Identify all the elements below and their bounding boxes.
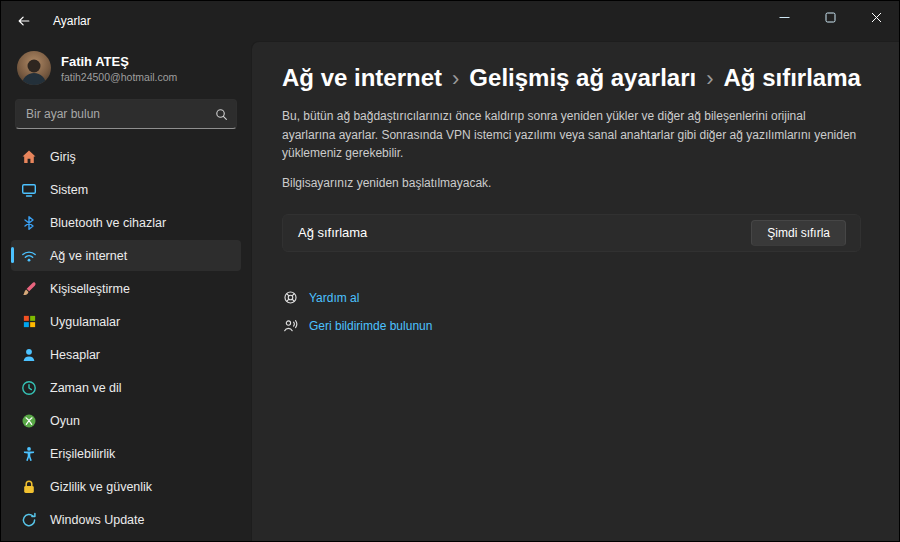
sidebar-item-ag-ve-internet[interactable]: Ağ ve internet <box>11 240 241 271</box>
breadcrumb-item-network[interactable]: Ağ ve internet <box>282 64 442 92</box>
sidebar-item-zaman-ve-dil[interactable]: Zaman ve dil <box>11 372 241 403</box>
breadcrumb-item-advanced[interactable]: Gelişmiş ağ ayarları <box>469 64 696 92</box>
sidebar-item-uygulamalar[interactable]: Uygulamalar <box>11 306 241 337</box>
breadcrumb: Ağ ve internet › Gelişmiş ağ ayarları › … <box>282 64 861 92</box>
brush-icon <box>21 281 37 297</box>
sidebar-item-hesaplar[interactable]: Hesaplar <box>11 339 241 370</box>
sidebar-item-giris[interactable]: Giriş <box>11 141 241 172</box>
lock-icon <box>21 479 37 495</box>
sidebar-item-label: Hesaplar <box>50 348 100 362</box>
main-content: Ağ ve internet › Gelişmiş ağ ayarları › … <box>251 41 899 541</box>
sidebar-item-label: Ağ ve internet <box>50 249 127 263</box>
close-button[interactable] <box>853 1 899 35</box>
maximize-button[interactable] <box>807 1 853 35</box>
back-button[interactable] <box>5 4 43 38</box>
minimize-button[interactable] <box>761 1 807 35</box>
reset-card-label: Ağ sıfırlama <box>298 225 367 240</box>
maximize-icon <box>825 9 836 27</box>
sidebar-item-label: Giriş <box>50 150 76 164</box>
feedback-row: Geri bildirimde bulunun <box>282 318 861 334</box>
back-arrow-icon <box>16 13 32 29</box>
reset-now-button[interactable]: Şimdi sıfırla <box>751 220 846 246</box>
titlebar: Ayarlar <box>1 1 899 41</box>
sidebar-item-label: Sistem <box>50 183 88 197</box>
minimize-icon <box>779 9 790 27</box>
sidebar-item-label: Gizlilik ve güvenlik <box>50 480 152 494</box>
sidebar-item-sistem[interactable]: Sistem <box>11 174 241 205</box>
help-links: Yardım al Geri bildirimde bulunun <box>282 290 861 334</box>
page-description: Bu, bütün ağ bağdaştırıcılarınızı önce k… <box>282 107 861 163</box>
network-reset-card: Ağ sıfırlama Şimdi sıfırla <box>282 214 861 252</box>
avatar <box>17 51 51 85</box>
feedback-link[interactable]: Geri bildirimde bulunun <box>309 319 432 333</box>
get-help-link[interactable]: Yardım al <box>309 291 359 305</box>
sidebar-item-label: Windows Update <box>50 513 145 527</box>
person-icon <box>21 347 37 363</box>
breadcrumb-item-current: Ağ sıfırlama <box>724 64 861 92</box>
user-name: Fatih ATEŞ <box>61 54 177 69</box>
apps-grid-icon <box>21 314 37 330</box>
sidebar: Fatih ATEŞ fatih24500@hotmail.com Giriş <box>1 41 251 541</box>
sidebar-item-label: Bluetooth ve cihazlar <box>50 216 166 230</box>
restart-note: Bilgisayarınız yeniden başlatılmayacak. <box>282 176 861 190</box>
close-icon <box>871 9 882 27</box>
search-input[interactable] <box>15 99 237 129</box>
sidebar-item-label: Kişiselleştirme <box>50 282 130 296</box>
search-box <box>15 99 237 129</box>
accessibility-icon <box>21 446 37 462</box>
sidebar-item-kisisellestirme[interactable]: Kişiselleştirme <box>11 273 241 304</box>
sidebar-item-label: Uygulamalar <box>50 315 120 329</box>
get-help-row: Yardım al <box>282 290 861 306</box>
feedback-icon <box>282 318 298 334</box>
sidebar-item-gizlilik-ve-guvenlik[interactable]: Gizlilik ve güvenlik <box>11 471 241 502</box>
user-email: fatih24500@hotmail.com <box>61 71 177 83</box>
sidebar-item-label: Zaman ve dil <box>50 381 122 395</box>
window-title: Ayarlar <box>53 14 91 28</box>
sidebar-item-label: Oyun <box>50 414 80 428</box>
sidebar-item-windows-update[interactable]: Windows Update <box>11 504 241 535</box>
clock-icon <box>21 380 37 396</box>
help-icon <box>282 290 298 306</box>
caption-buttons <box>761 1 899 35</box>
user-profile[interactable]: Fatih ATEŞ fatih24500@hotmail.com <box>11 45 241 97</box>
sidebar-item-label: Erişilebilirlik <box>50 447 115 461</box>
breadcrumb-separator: › <box>452 66 459 92</box>
sidebar-item-erisilebilirlik[interactable]: Erişilebilirlik <box>11 438 241 469</box>
game-icon <box>21 413 37 429</box>
monitor-icon <box>21 182 37 198</box>
sidebar-item-oyun[interactable]: Oyun <box>11 405 241 436</box>
update-icon <box>21 512 37 528</box>
sidebar-nav: Giriş Sistem Bluetooth ve cihazlar <box>11 139 241 541</box>
wifi-icon <box>21 248 37 264</box>
home-icon <box>21 149 37 165</box>
settings-window: Ayarlar <box>0 0 900 542</box>
sidebar-item-bluetooth[interactable]: Bluetooth ve cihazlar <box>11 207 241 238</box>
breadcrumb-separator: › <box>706 66 713 92</box>
bluetooth-icon <box>21 215 37 231</box>
